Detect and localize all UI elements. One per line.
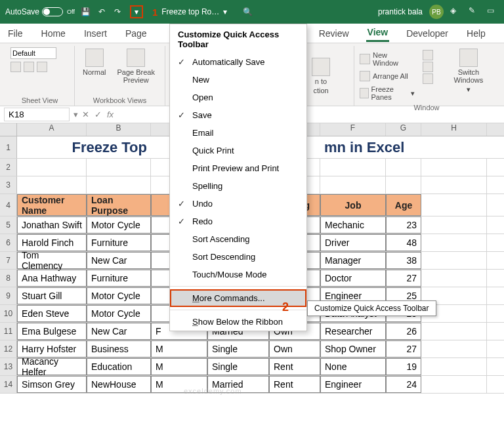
data-cell[interactable]: Tom Clemency [17, 252, 87, 269]
ribbon-options-icon[interactable]: ▭ [487, 6, 499, 18]
data-cell[interactable]: 48 [386, 234, 421, 251]
tab-help[interactable]: Help [465, 26, 487, 41]
menu-item[interactable]: Quick Print [170, 142, 306, 159]
data-cell[interactable]: M [151, 340, 207, 358]
tab-developer[interactable]: Developer [405, 26, 450, 41]
data-cell[interactable]: None [320, 358, 386, 375]
data-cell[interactable]: 26 [386, 323, 421, 340]
new-window-button[interactable]: New Window [360, 50, 415, 68]
data-cell[interactable]: NewHouse [87, 376, 151, 393]
tab-view[interactable]: View [366, 24, 390, 42]
split-icon[interactable] [423, 50, 433, 60]
data-cell[interactable]: Stuart Gill [17, 287, 87, 304]
pen-icon[interactable]: ✎ [469, 6, 480, 18]
menu-item[interactable]: Print Preview and Print [170, 159, 306, 177]
col-header[interactable]: F [320, 123, 386, 136]
tab-home[interactable]: Home [40, 26, 67, 41]
fx-icon[interactable]: fx [107, 110, 114, 119]
user-area[interactable]: prantick bala PB ◈ ✎ ▭ [378, 5, 499, 19]
menu-item[interactable]: New [170, 71, 306, 89]
data-cell[interactable]: Jonathan Swift [17, 216, 87, 234]
data-cell[interactable]: Motor Cycle [87, 216, 151, 234]
data-cell[interactable]: Furniture [87, 270, 151, 287]
data-cell[interactable]: Macancy Helfer [17, 358, 87, 375]
data-cell[interactable]: New Car [87, 252, 151, 269]
row-header[interactable]: 7 [0, 252, 17, 269]
menu-item[interactable]: Touch/Mouse Mode [170, 266, 306, 283]
qat-customize-dropdown[interactable]: ▾ [130, 5, 143, 18]
data-cell[interactable]: Eden Steve [17, 305, 87, 322]
data-cell[interactable]: 23 [386, 216, 421, 234]
data-cell[interactable]: Rent [269, 376, 320, 393]
tab-file[interactable]: File [7, 26, 24, 41]
search-icon[interactable]: 🔍 [243, 7, 253, 16]
data-cell[interactable]: Own [269, 340, 320, 358]
col-header[interactable]: B [87, 123, 151, 136]
row-header[interactable]: 6 [0, 234, 17, 251]
data-cell[interactable]: Simson Grey [17, 376, 87, 393]
unhide-icon[interactable] [423, 73, 433, 84]
menu-item[interactable]: ✓Save [170, 106, 306, 124]
autosave-switch[interactable] [42, 7, 63, 16]
enter-icon[interactable]: ✓ [94, 110, 102, 119]
data-cell[interactable]: Rent [269, 358, 320, 375]
data-cell[interactable]: Motor Cycle [87, 305, 151, 322]
data-cell[interactable]: M [151, 358, 207, 375]
data-cell[interactable]: 38 [386, 252, 421, 269]
data-cell[interactable]: 19 [386, 358, 421, 375]
row-header[interactable]: 10 [0, 305, 17, 322]
diamond-icon[interactable]: ◈ [450, 6, 462, 18]
new-icon[interactable] [37, 62, 47, 72]
data-cell[interactable]: Ema Bulgese [17, 323, 87, 340]
menu-item[interactable]: ✓Redo [170, 213, 306, 230]
row-header[interactable]: 5 [0, 216, 17, 234]
row-header[interactable]: 4 [0, 194, 17, 216]
data-cell[interactable]: Harry Hofster [17, 340, 87, 358]
exit-icon[interactable] [24, 62, 34, 72]
select-all[interactable] [0, 123, 17, 136]
keep-icon[interactable] [10, 62, 21, 72]
col-header[interactable]: G [386, 123, 421, 136]
row-header[interactable]: 9 [0, 287, 17, 304]
menu-show-below[interactable]: Show Below the Ribbon [170, 313, 306, 331]
undo-icon[interactable]: ↶ [96, 6, 108, 18]
data-cell[interactable]: Engineer [320, 376, 386, 393]
switch-windows-button[interactable]: Switch Windows▾ [444, 47, 494, 95]
document-name[interactable]: Freeze top Ro… [161, 7, 219, 16]
save-icon[interactable]: 💾 [80, 6, 92, 18]
data-cell[interactable]: Mechanic [320, 216, 386, 234]
menu-item[interactable]: Email [170, 124, 306, 142]
row-header[interactable]: 12 [0, 340, 17, 358]
row-header[interactable]: 14 [0, 376, 17, 393]
menu-item[interactable]: Spelling [170, 177, 306, 195]
data-cell[interactable]: 27 [386, 270, 421, 287]
data-cell[interactable]: Single [207, 340, 269, 358]
redo-icon[interactable]: ↷ [112, 6, 123, 18]
data-cell[interactable]: Business [87, 340, 151, 358]
avatar[interactable]: PB [429, 5, 444, 19]
data-cell[interactable]: Ana Hathway [17, 270, 87, 287]
data-cell[interactable]: Doctor [320, 270, 386, 287]
row-header[interactable]: 8 [0, 270, 17, 287]
cancel-icon[interactable]: ✕ [82, 110, 89, 119]
menu-item[interactable]: Sort Ascending [170, 230, 306, 248]
data-cell[interactable]: Single [207, 358, 269, 375]
menu-item[interactable]: Sort Descending [170, 248, 306, 266]
freeze-panes-button[interactable]: Freeze Panes▾ [360, 84, 415, 102]
arrange-all-button[interactable]: Arrange All [360, 70, 415, 83]
autosave-toggle[interactable]: AutoSave Off [5, 7, 75, 16]
menu-item[interactable]: ✓Undo [170, 195, 306, 213]
name-box[interactable] [4, 108, 70, 121]
data-cell[interactable]: Furniture [87, 234, 151, 251]
row-header[interactable]: 2 [0, 159, 17, 176]
menu-item[interactable]: Open [170, 89, 306, 106]
sheet-view-select[interactable] [10, 47, 56, 59]
data-cell[interactable]: 24 [386, 376, 421, 393]
row-header[interactable]: 13 [0, 358, 17, 375]
row-header[interactable]: 3 [0, 176, 17, 194]
data-cell[interactable]: Education [87, 358, 151, 375]
page-break-button[interactable]: Page Break Preview [112, 47, 159, 85]
tab-insert[interactable]: Insert [83, 26, 108, 41]
tab-review[interactable]: Review [318, 26, 350, 41]
normal-button[interactable]: Normal [80, 47, 108, 77]
